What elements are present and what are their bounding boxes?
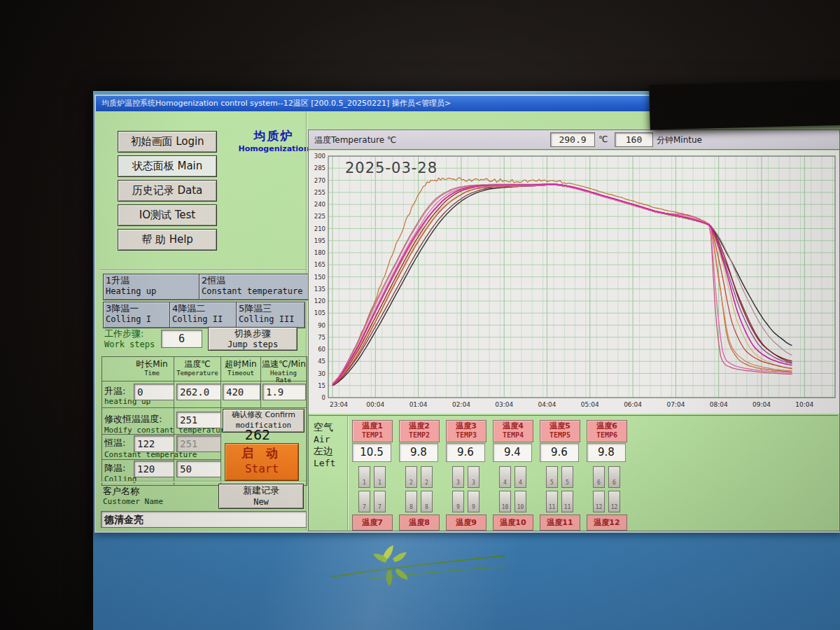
tab-cooling-3[interactable]: 5降温三 Colling III [236, 302, 305, 328]
tab-cooling-1[interactable]: 3降温一 Colling I [103, 302, 172, 328]
channel-8-button-b[interactable]: 8 [421, 491, 433, 512]
header-time: 时长Min Time [130, 359, 174, 377]
svg-text:255: 255 [314, 189, 326, 196]
svg-text:225: 225 [314, 213, 326, 220]
temp9-label[interactable]: 温度9 [446, 514, 486, 531]
start-button[interactable]: 启 动 Start [225, 443, 299, 481]
tab-constant-temperature[interactable]: 2恒温 Constant temperature [199, 274, 312, 300]
channel-11-button-b[interactable]: 11 [561, 491, 573, 512]
temp3-header[interactable]: 温度3 TEMP3 [446, 420, 486, 442]
svg-text:180: 180 [314, 249, 326, 256]
nav-button-data[interactable]: 历史记录 Data [118, 180, 217, 202]
channel-5-button-b[interactable]: 5 [561, 466, 573, 488]
wallpaper-plant-graphic [331, 526, 506, 596]
temp12-label[interactable]: 温度12 [587, 514, 627, 531]
device-label: 均质炉 Homogenization [236, 128, 312, 153]
temp1-header[interactable]: 温度1 TEMP1 [352, 420, 393, 442]
svg-text:04:04: 04:04 [538, 401, 556, 408]
nav-button-help[interactable]: 帮 助 Help [118, 229, 217, 251]
temp7-label[interactable]: 温度7 [352, 514, 393, 531]
header-temperature: 温度℃ Temperature [175, 359, 220, 377]
work-steps-label: 工作步骤: Work steps [104, 328, 155, 350]
channel-7-button-b[interactable]: 7 [374, 491, 386, 512]
air-sensor-panel: 空气 Air 左边 Left 温度1 TEMP1 10.5 1 1 7 7 温度… [309, 415, 838, 530]
svg-text:210: 210 [314, 225, 326, 232]
svg-text:0: 0 [322, 394, 326, 401]
cooling-row-label-en: Colling [104, 475, 136, 484]
customer-name-input[interactable]: 德清金亮 [101, 511, 307, 528]
channel-7-button-a[interactable]: 7 [358, 491, 370, 512]
channel-9-button-a[interactable]: 9 [452, 491, 464, 512]
air-channel-4: 温度4 TEMP4 9.4 4 4 10 10 温度10 [493, 416, 532, 530]
channel-9-button-b[interactable]: 9 [468, 491, 479, 512]
air-zone-label: 空气 Air 左边 Left [314, 421, 344, 469]
channel-12-button-b[interactable]: 12 [608, 491, 620, 512]
temperature-unit-label: ℃ [598, 134, 608, 144]
nav-button-login[interactable]: 初始画面 Login [118, 131, 217, 153]
parameter-table: 时长Min Time 温度℃ Temperature 超时Min Timeout… [102, 356, 307, 486]
temp2-header[interactable]: 温度2 TEMP2 [399, 420, 440, 442]
cooling-time-input[interactable]: 120 [134, 461, 174, 477]
channel-1-button-b[interactable]: 1 [374, 466, 386, 488]
temp5-value: 9.6 [540, 443, 579, 462]
tab-cooling-2[interactable]: 4降温二 Colling II [169, 302, 239, 328]
monitor-screen: 均质炉温控系统Homogenization control system--12… [93, 91, 840, 630]
cooling-row-label-cn: 降温: [104, 462, 125, 475]
heating-time-input[interactable]: 0 [134, 384, 174, 400]
svg-text:135: 135 [314, 286, 326, 293]
channel-4-button-a[interactable]: 4 [499, 466, 511, 488]
minutes-unit-label: 分钟Mintue [657, 134, 702, 146]
table-divider [260, 357, 261, 407]
constant-temp-input[interactable]: 251 [176, 435, 221, 452]
temp5-header[interactable]: 温度5 TEMP5 [540, 420, 580, 442]
channel-11-button-a[interactable]: 11 [546, 491, 558, 512]
new-record-button[interactable]: 新建记录 New [218, 484, 304, 509]
heating-rate-input[interactable]: 1.9 [262, 384, 306, 400]
temp8-label[interactable]: 温度8 [399, 514, 440, 531]
air-channel-5: 温度5 TEMP5 9.6 5 5 11 11 温度11 [540, 416, 579, 530]
channel-10-button-a[interactable]: 10 [499, 491, 511, 512]
divider [347, 416, 349, 530]
channel-3-button-b[interactable]: 3 [468, 466, 479, 488]
tab-heating-up[interactable]: 1升温 Heating up [103, 274, 202, 300]
work-steps-input[interactable]: 6 [161, 330, 202, 348]
channel-6-button-b[interactable]: 6 [608, 466, 620, 488]
current-temperature-readout[interactable]: 290.9 [550, 132, 595, 147]
nav-button-test[interactable]: IO测试 Test [118, 204, 217, 226]
jump-steps-button[interactable]: 切换步骤 Jump steps [208, 327, 298, 351]
air-channel-2: 温度2 TEMP2 9.8 2 2 8 8 温度8 [399, 416, 438, 530]
channel-6-button-a[interactable]: 6 [593, 466, 605, 488]
channel-8-button-a[interactable]: 8 [405, 491, 417, 512]
modify-temp-input[interactable]: 251 [176, 412, 221, 428]
channel-2-button-a[interactable]: 2 [405, 466, 417, 488]
temp10-label[interactable]: 温度10 [493, 514, 533, 531]
heating-timeout-input[interactable]: 420 [223, 384, 260, 400]
heating-temp-input[interactable]: 262.0 [176, 384, 221, 400]
minutes-readout[interactable]: 160 [615, 132, 653, 147]
channel-12-button-a[interactable]: 12 [593, 491, 605, 512]
temp11-label[interactable]: 温度11 [540, 514, 580, 531]
nav-button-group: 初始画面 Login状态面板 Main历史记录 DataIO测试 Test帮 助… [118, 131, 217, 253]
channel-3-button-a[interactable]: 3 [452, 466, 464, 488]
channel-4-button-b[interactable]: 4 [514, 466, 526, 488]
device-name-en: Homogenization [236, 144, 312, 153]
svg-text:240: 240 [314, 201, 326, 208]
channel-2-button-b[interactable]: 2 [421, 466, 433, 488]
svg-text:120: 120 [314, 298, 326, 304]
constant-row-label-cn: 恒温: [104, 437, 125, 449]
channel-10-button-b[interactable]: 10 [514, 491, 526, 512]
chart-title: 温度Temperature ℃ [314, 134, 396, 146]
svg-text:75: 75 [318, 334, 326, 341]
chart-header-bar: 温度Temperature ℃ 290.9 ℃ 160 分钟Mintue [309, 130, 839, 150]
svg-text:15: 15 [318, 382, 326, 389]
temp6-header[interactable]: 温度6 TEMP6 [587, 420, 627, 442]
channel-5-button-a[interactable]: 5 [546, 466, 558, 488]
nav-button-main[interactable]: 状态面板 Main [118, 155, 217, 177]
modify-label-cn: 修改恒温温度: [104, 413, 162, 426]
temp4-header[interactable]: 温度4 TEMP4 [493, 420, 533, 442]
cooling-temp-input[interactable]: 50 [176, 461, 221, 477]
svg-text:08:04: 08:04 [710, 401, 728, 408]
svg-text:300: 300 [314, 153, 326, 160]
channel-1-button-a[interactable]: 1 [358, 466, 370, 488]
constant-time-input[interactable]: 122 [134, 435, 174, 452]
